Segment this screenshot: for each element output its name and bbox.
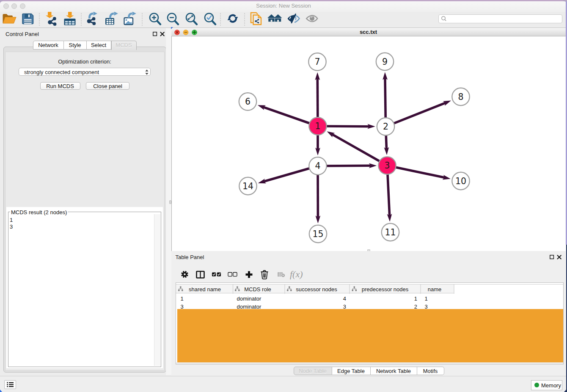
svg-text:4: 4 [315,161,320,171]
svg-text:name: name [428,286,442,293]
svg-text:1: 1 [315,121,320,131]
svg-text:successor nodes: successor nodes [296,286,337,293]
svg-text:MCDS role: MCDS role [244,286,271,293]
svg-text:predecessor nodes: predecessor nodes [362,286,409,293]
svg-text:7: 7 [314,57,320,67]
svg-text:8: 8 [458,91,463,102]
svg-text:3: 3 [384,160,390,171]
svg-text:shared name: shared name [189,286,221,293]
svg-text:9: 9 [382,56,387,66]
svg-text:15: 15 [312,229,323,239]
svg-text:11: 11 [385,227,396,237]
svg-text:f(x): f(x) [290,269,303,279]
svg-text:6: 6 [245,97,250,107]
svg-text:10: 10 [455,176,466,186]
svg-text:14: 14 [242,181,253,191]
svg-text:2: 2 [383,121,388,132]
